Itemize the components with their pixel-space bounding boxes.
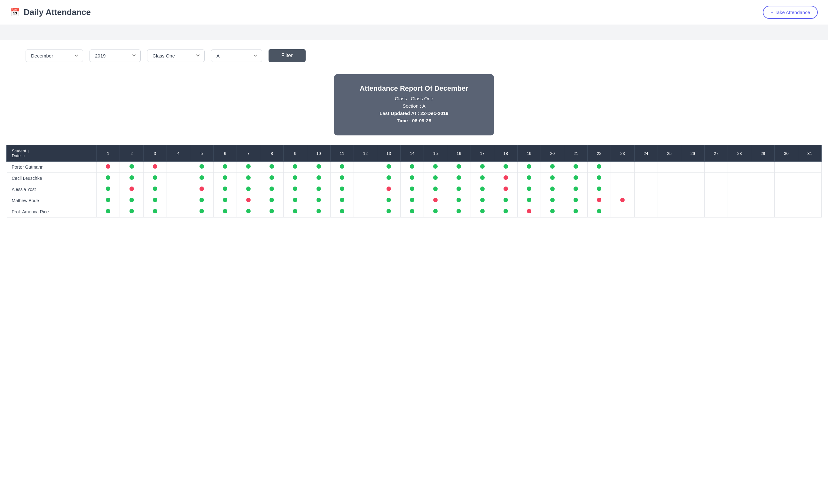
attendance-cell-3-22 <box>611 195 634 206</box>
attendance-cell-1-23 <box>634 173 658 184</box>
present-dot <box>597 164 601 169</box>
attendance-cell-2-28 <box>751 184 775 195</box>
attendance-cell-3-3 <box>167 195 190 206</box>
present-dot <box>503 198 508 202</box>
present-dot <box>270 209 274 213</box>
present-dot <box>340 198 344 202</box>
attendance-cell-4-17 <box>494 206 517 218</box>
month-select[interactable]: JanuaryFebruaryMarchAprilMayJuneJulyAugu… <box>26 49 83 62</box>
attendance-cell-3-6 <box>237 195 260 206</box>
attendance-cell-4-18 <box>517 206 541 218</box>
present-dot <box>246 209 251 213</box>
present-dot <box>480 198 485 202</box>
day-col-14: 14 <box>401 145 424 162</box>
attendance-cell-1-30 <box>798 173 821 184</box>
attendance-cell-0-6 <box>237 162 260 173</box>
attendance-cell-1-11 <box>354 173 377 184</box>
present-dot <box>550 198 555 202</box>
present-dot <box>410 164 414 169</box>
attendance-cell-3-15 <box>447 195 470 206</box>
present-dot <box>129 175 134 180</box>
present-dot <box>386 209 391 213</box>
attendance-cell-1-6 <box>237 173 260 184</box>
attendance-cell-1-4 <box>190 173 213 184</box>
attendance-cell-0-10 <box>330 162 354 173</box>
absent-dot <box>129 187 134 191</box>
attendance-cell-1-17 <box>494 173 517 184</box>
present-dot <box>317 198 321 202</box>
attendance-cell-2-30 <box>798 184 821 195</box>
day-col-5: 5 <box>190 145 213 162</box>
filter-button[interactable]: Filter <box>268 49 305 62</box>
attendance-report-card: Attendance Report Of December Class : Cl… <box>334 74 494 135</box>
present-dot <box>480 164 485 169</box>
report-title: Attendance Report Of December <box>347 84 481 93</box>
attendance-cell-1-9 <box>307 173 330 184</box>
attendance-cell-4-6 <box>237 206 260 218</box>
attendance-cell-1-16 <box>470 173 494 184</box>
attendance-cell-0-4 <box>190 162 213 173</box>
present-dot <box>433 164 438 169</box>
attendance-cell-2-12 <box>377 184 400 195</box>
present-dot <box>246 175 251 180</box>
attendance-cell-3-25 <box>681 195 704 206</box>
attendance-cell-3-23 <box>634 195 658 206</box>
attendance-cell-2-29 <box>775 184 798 195</box>
attendance-cell-4-29 <box>775 206 798 218</box>
attendance-cell-3-2 <box>143 195 167 206</box>
table-row: Prof. America Rice <box>7 206 822 218</box>
attendance-cell-3-27 <box>728 195 751 206</box>
class-select[interactable]: Class OneClass TwoClass Three <box>147 49 205 62</box>
header-left: 📅 Daily Attendance <box>10 7 91 17</box>
attendance-cell-2-22 <box>611 184 634 195</box>
present-dot <box>153 187 157 191</box>
take-attendance-button[interactable]: + Take Attendance <box>763 6 818 19</box>
present-dot <box>223 198 227 202</box>
present-dot <box>457 198 461 202</box>
student-col-header: Student ↓ Date → <box>7 145 96 162</box>
present-dot <box>527 187 531 191</box>
attendance-cell-3-14 <box>424 195 447 206</box>
student-name-0: Porter Gutmann <box>7 162 96 173</box>
attendance-cell-0-23 <box>634 162 658 173</box>
student-name-2: Alessia Yost <box>7 184 96 195</box>
present-dot <box>270 164 274 169</box>
attendance-cell-2-18 <box>517 184 541 195</box>
attendance-cell-4-27 <box>728 206 751 218</box>
day-col-17: 17 <box>470 145 494 162</box>
day-col-8: 8 <box>260 145 284 162</box>
present-dot <box>106 187 110 191</box>
attendance-cell-4-2 <box>143 206 167 218</box>
year-select[interactable]: 20172018201920202021 <box>89 49 141 62</box>
attendance-cell-4-7 <box>260 206 284 218</box>
attendance-cell-1-7 <box>260 173 284 184</box>
attendance-cell-4-16 <box>470 206 494 218</box>
attendance-cell-1-28 <box>751 173 775 184</box>
attendance-cell-4-13 <box>401 206 424 218</box>
attendance-cell-3-30 <box>798 195 821 206</box>
present-dot <box>317 187 321 191</box>
present-dot <box>293 198 297 202</box>
present-dot <box>410 198 414 202</box>
attendance-cell-2-9 <box>307 184 330 195</box>
present-dot <box>129 198 134 202</box>
present-dot <box>550 175 555 180</box>
present-dot <box>480 209 485 213</box>
day-col-7: 7 <box>237 145 260 162</box>
attendance-cell-3-21 <box>588 195 611 206</box>
table-header-row: Student ↓ Date → 12345678910111213141516… <box>7 145 822 162</box>
attendance-cell-1-12 <box>377 173 400 184</box>
attendance-cell-1-0 <box>96 173 120 184</box>
section-select[interactable]: ABC <box>211 49 262 62</box>
attendance-cell-4-5 <box>214 206 237 218</box>
present-dot <box>200 164 204 169</box>
attendance-cell-3-9 <box>307 195 330 206</box>
day-col-27: 27 <box>704 145 728 162</box>
attendance-cell-4-21 <box>588 206 611 218</box>
attendance-cell-2-21 <box>588 184 611 195</box>
present-dot <box>574 198 578 202</box>
attendance-cell-3-16 <box>470 195 494 206</box>
present-dot <box>527 198 531 202</box>
present-dot <box>527 164 531 169</box>
attendance-cell-4-24 <box>658 206 681 218</box>
